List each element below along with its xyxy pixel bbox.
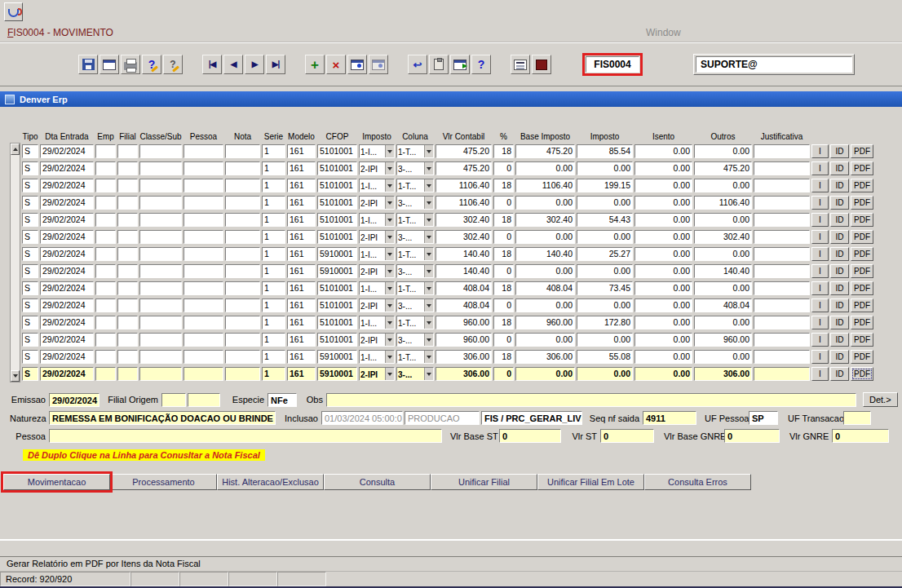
- table-row[interactable]: S 29/02/2024 1 161 5910001 1-I... 1-T...…: [22, 245, 875, 263]
- imposto-dropdown[interactable]: 1-I...: [359, 144, 395, 158]
- cell-classe-sub[interactable]: [139, 281, 182, 295]
- cell-nota[interactable]: [225, 264, 260, 278]
- cell-percent[interactable]: 18: [493, 179, 514, 192]
- cell-dta-entrada[interactable]: 29/02/2024: [40, 316, 94, 329]
- print-button[interactable]: [121, 55, 140, 74]
- cell-cfop[interactable]: 5101001: [317, 281, 357, 295]
- cell-filial[interactable]: [117, 281, 138, 295]
- cell-filial[interactable]: [117, 213, 138, 227]
- cell-isento[interactable]: 0.00: [634, 333, 692, 347]
- vlr-st-field[interactable]: 0: [600, 429, 654, 443]
- cell-nota[interactable]: [225, 333, 260, 347]
- pdf-button[interactable]: PDF: [851, 333, 873, 347]
- cell-modelo[interactable]: 161: [287, 333, 316, 347]
- cell-base-imposto[interactable]: 0.00: [515, 230, 575, 244]
- cell-emp[interactable]: [95, 333, 116, 347]
- cell-outros[interactable]: 140.40: [694, 264, 752, 278]
- cell-serie[interactable]: 1: [262, 179, 285, 192]
- cell-imposto[interactable]: 73.45: [577, 281, 633, 295]
- dropdown-button[interactable]: [424, 231, 433, 243]
- cell-tipo[interactable]: S: [22, 213, 38, 227]
- cell-serie[interactable]: 1: [262, 333, 285, 347]
- cell-serie[interactable]: 1: [262, 350, 285, 364]
- prev-record-button[interactable]: ◀: [223, 55, 243, 74]
- tab[interactable]: Movimentacao: [3, 474, 110, 490]
- cell-nota[interactable]: [225, 196, 260, 210]
- scroll-down-button[interactable]: [11, 370, 20, 382]
- dropdown-button[interactable]: [385, 231, 394, 243]
- cell-filial[interactable]: [117, 247, 138, 261]
- cell-filial[interactable]: [117, 316, 138, 329]
- cell-tipo[interactable]: S: [22, 316, 38, 329]
- app-window-button[interactable]: [4, 2, 23, 21]
- cell-nota[interactable]: [225, 247, 260, 261]
- filial-origem-field-2[interactable]: [188, 393, 220, 407]
- coluna-dropdown[interactable]: 1-T...: [396, 247, 434, 261]
- item-button[interactable]: I: [811, 144, 829, 158]
- cell-dta-entrada[interactable]: 29/02/2024: [40, 333, 94, 347]
- dropdown-button[interactable]: [424, 214, 433, 226]
- pdf-button[interactable]: PDF: [851, 196, 873, 210]
- cell-emp[interactable]: [95, 230, 116, 244]
- cell-dta-entrada[interactable]: 29/02/2024: [40, 264, 94, 278]
- cell-dta-entrada[interactable]: 29/02/2024: [40, 213, 94, 227]
- cell-tipo[interactable]: S: [22, 298, 38, 312]
- id-button[interactable]: ID: [830, 161, 849, 175]
- item-button[interactable]: I: [811, 264, 829, 278]
- cell-percent[interactable]: 0: [493, 298, 514, 312]
- cell-classe-sub[interactable]: [139, 350, 182, 364]
- table-row[interactable]: S 29/02/2024 1 161 5910001 1-I... 1-T...…: [22, 348, 875, 365]
- enter-query-button[interactable]: [347, 55, 367, 74]
- cell-percent[interactable]: 18: [493, 281, 514, 295]
- imposto-dropdown[interactable]: 2-IPI: [359, 196, 395, 210]
- cell-imposto[interactable]: 172.80: [577, 316, 633, 329]
- cell-classe-sub[interactable]: [139, 161, 182, 175]
- dropdown-button[interactable]: [424, 351, 433, 363]
- coluna-dropdown[interactable]: 1-T...: [396, 144, 434, 158]
- dropdown-button[interactable]: [385, 265, 394, 277]
- tab[interactable]: Processamento: [110, 474, 217, 490]
- cell-justificativa[interactable]: [754, 350, 810, 364]
- imposto-dropdown[interactable]: 1-I...: [359, 213, 395, 227]
- vlr-base-st-field[interactable]: 0: [499, 429, 561, 443]
- cell-modelo[interactable]: 161: [287, 281, 316, 295]
- cell-emp[interactable]: [95, 367, 116, 381]
- cell-justificativa[interactable]: [754, 247, 810, 261]
- cell-percent[interactable]: 18: [493, 350, 514, 364]
- imposto-dropdown[interactable]: 2-IPI: [359, 161, 395, 175]
- help-button[interactable]: ?: [471, 55, 491, 74]
- cell-dta-entrada[interactable]: 29/02/2024: [40, 247, 94, 261]
- tab[interactable]: Consulta: [324, 474, 431, 490]
- tab[interactable]: Consulta Erros: [644, 474, 751, 490]
- cell-pessoa[interactable]: [183, 213, 223, 227]
- table-row[interactable]: S 29/02/2024 1 161 5101001 1-I... 1-T...…: [22, 314, 875, 331]
- cell-percent[interactable]: 0: [493, 264, 514, 278]
- cell-serie[interactable]: 1: [262, 367, 285, 381]
- cell-classe-sub[interactable]: [139, 333, 182, 347]
- natureza-field[interactable]: REMESSA EM BONIFICAÇÃO DOACAO OU BRINDE: [49, 411, 276, 425]
- cell-nota[interactable]: [225, 179, 260, 192]
- cell-vlr-contabil[interactable]: 1106.40: [436, 179, 492, 192]
- dropdown-button[interactable]: [385, 162, 394, 175]
- cell-isento[interactable]: 0.00: [634, 264, 692, 278]
- imposto-dropdown[interactable]: 2-IPI: [359, 230, 395, 244]
- cell-tipo[interactable]: S: [22, 161, 38, 175]
- dropdown-button[interactable]: [424, 248, 433, 260]
- cell-classe-sub[interactable]: [139, 264, 182, 278]
- show-keys-button[interactable]: [511, 55, 530, 74]
- uf-transacao-field[interactable]: [843, 411, 871, 425]
- scrollbar-trough[interactable]: [11, 155, 20, 370]
- cell-percent[interactable]: 18: [493, 213, 514, 227]
- cell-isento[interactable]: 0.00: [634, 281, 692, 295]
- cell-justificativa[interactable]: [754, 367, 810, 381]
- cell-cfop[interactable]: 5101001: [317, 333, 357, 347]
- cell-classe-sub[interactable]: [139, 247, 182, 261]
- cell-isento[interactable]: 0.00: [634, 247, 692, 261]
- cell-emp[interactable]: [95, 161, 116, 175]
- table-row[interactable]: S 29/02/2024 1 161 5101001 1-I... 1-T...…: [22, 143, 875, 160]
- cell-classe-sub[interactable]: [139, 367, 182, 381]
- cell-base-imposto[interactable]: 0.00: [515, 264, 575, 278]
- last-record-button[interactable]: ▶|: [266, 55, 285, 74]
- cell-classe-sub[interactable]: [139, 196, 182, 210]
- item-button[interactable]: I: [811, 333, 829, 347]
